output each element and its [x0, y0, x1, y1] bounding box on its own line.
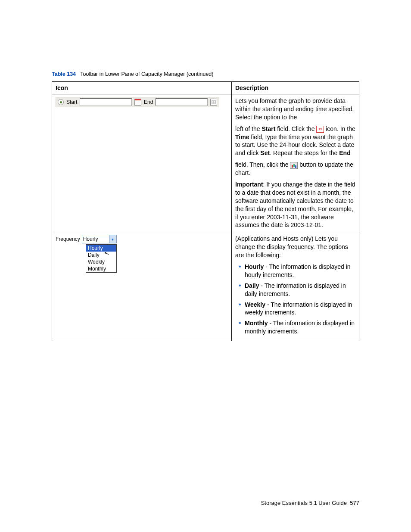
frequency-value: Hourly [83, 236, 98, 242]
calendar-icon[interactable] [134, 99, 141, 106]
desc-text: field. Then, click the button to update … [235, 161, 355, 177]
header-description: Description [232, 82, 359, 94]
frequency-dropdown: Hourly Daily Weekly Monthly ↖ [86, 244, 117, 273]
desc-text: Lets you format the graph to provide dat… [235, 97, 355, 121]
table-row: Start End Lets you format the graph to p… [52, 94, 359, 232]
list-item: Monthly - The information is displayed i… [245, 319, 355, 336]
header-icon: Icon [52, 82, 232, 94]
list-item: Hourly - The information is displayed in… [245, 263, 355, 279]
page-number: 577 [350, 500, 359, 506]
footer-text: Storage Essentials 5.1 User Guide [261, 500, 347, 506]
desc-text: Important: If you change the date in the… [235, 180, 355, 229]
frequency-control: Frequency Hourly ▾ Hourly Daily Weekly M… [56, 235, 118, 273]
frequency-options-list: Hourly - The information is displayed in… [235, 263, 355, 336]
start-radio[interactable] [58, 99, 64, 105]
end-field[interactable] [156, 98, 208, 106]
end-label: End [144, 99, 153, 105]
date-range-toolbar: Start End [56, 97, 219, 107]
option-monthly[interactable]: Monthly [86, 265, 116, 272]
list-item: Daily - The information is displayed in … [245, 282, 355, 298]
frequency-label: Frequency [56, 236, 80, 242]
frequency-select[interactable]: Hourly ▾ [82, 235, 117, 243]
toolbar-table: Icon Description Start End Lets you form… [52, 81, 359, 341]
list-item: Weekly - The information is displayed in… [245, 301, 355, 317]
desc-text: left of the Start field. Click the icon.… [235, 125, 355, 158]
table-title: Toolbar in Lower Pane of Capacity Manage… [80, 71, 213, 77]
chart-update-icon [290, 162, 298, 169]
start-field[interactable] [80, 98, 132, 106]
grid-picker-icon[interactable] [210, 99, 217, 106]
calendar-15-icon [316, 126, 324, 133]
desc-text: (Applications and Hosts only) Lets you c… [235, 235, 355, 259]
start-label: Start [66, 99, 77, 105]
chevron-down-icon[interactable]: ▾ [109, 235, 116, 243]
table-number: Table 134 [52, 71, 76, 77]
option-weekly[interactable]: Weekly [86, 258, 116, 265]
option-hourly[interactable]: Hourly [86, 245, 116, 252]
option-daily[interactable]: Daily [86, 252, 116, 258]
table-row: Frequency Hourly ▾ Hourly Daily Weekly M… [52, 232, 359, 341]
table-caption: Table 134 Toolbar in Lower Pane of Capac… [52, 71, 359, 77]
page-footer: Storage Essentials 5.1 User Guide 577 [261, 500, 359, 506]
